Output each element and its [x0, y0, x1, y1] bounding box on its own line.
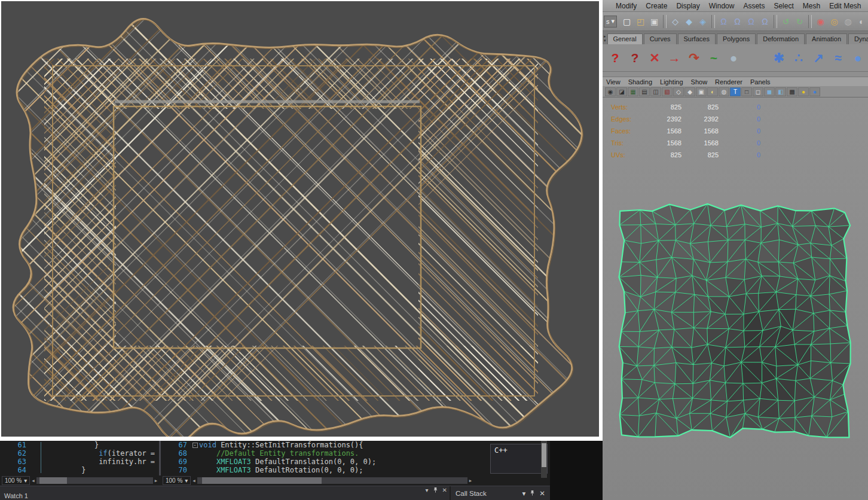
textured-mode-icon[interactable]: ▣	[696, 87, 707, 96]
mesh-plane[interactable]	[616, 202, 854, 440]
shelf-tab-curves[interactable]: Curves	[644, 33, 677, 44]
paint-select-icon[interactable]: ▧	[662, 87, 673, 96]
shelf-tab-dynamics[interactable]: Dynamics	[848, 33, 868, 44]
select-component-icon[interactable]: ◈	[696, 14, 710, 28]
h-scrollbar-left[interactable]	[36, 477, 153, 484]
chevron-down-icon[interactable]: ▾	[426, 487, 429, 493]
scroll-left-icon[interactable]: ◀	[32, 478, 34, 483]
chevron-down-icon[interactable]: ▾	[522, 489, 526, 498]
sphere-icon[interactable]: ●	[725, 49, 742, 67]
blue-ball-icon[interactable]: ●	[809, 87, 820, 96]
call-stack-panel: Call Stack ▾ ✕	[451, 486, 550, 500]
grid-toggle-icon[interactable]: ▤	[639, 87, 650, 96]
lighting-mode-icon[interactable]: ◐	[707, 87, 718, 96]
ipr-render-icon[interactable]: ◍	[841, 14, 855, 28]
vertical-scrollbar[interactable]	[541, 441, 547, 478]
checker-icon[interactable]: ▩	[787, 87, 797, 96]
cube-shaded-icon[interactable]: ◼	[764, 87, 775, 96]
xray-mode-icon[interactable]: ◍	[719, 87, 729, 96]
tab-watch-1[interactable]: Watch 1	[4, 492, 28, 499]
texture-view-icon[interactable]: T	[730, 87, 741, 96]
isolate-select-icon[interactable]: □	[741, 87, 752, 96]
select-hierarchy-icon[interactable]: ◇	[668, 14, 682, 28]
save-scene-icon[interactable]: ▣	[647, 14, 661, 28]
snap-to-grid-icon[interactable]: Ω	[717, 14, 731, 28]
panel-menu-shading[interactable]: Shading	[628, 78, 652, 86]
transfer-icon[interactable]: →	[665, 49, 683, 67]
menu-mesh[interactable]: Mesh	[803, 2, 820, 10]
panel-menu-renderer[interactable]: Renderer	[715, 78, 742, 86]
shelf-arrow-down-icon[interactable]: ▾	[604, 38, 606, 42]
particle-tool-icon[interactable]: ✱	[770, 49, 788, 67]
panel-menu-view[interactable]: View	[606, 78, 621, 86]
pin-icon[interactable]	[433, 487, 438, 493]
menu-window[interactable]: Window	[709, 2, 735, 10]
particle-ball-icon[interactable]: ●	[849, 49, 867, 67]
zoom-selector-left[interactable]: 100 % ▾	[2, 476, 30, 485]
fold-collapse-icon[interactable]: -	[192, 443, 198, 448]
menu-create[interactable]: Create	[646, 2, 667, 10]
shaded-mode-icon[interactable]: ◆	[684, 87, 695, 96]
scroll-left-icon[interactable]: ◀	[192, 478, 195, 483]
open-scene-icon[interactable]: ◰	[634, 14, 647, 28]
maya-viewport[interactable]: Verts:8258250Edges:239223920Faces:156815…	[603, 97, 868, 500]
select-object-icon[interactable]: ◆	[682, 14, 696, 28]
cube-default-icon[interactable]: ◻	[753, 87, 763, 96]
film-gate-icon[interactable]: ◫	[650, 87, 661, 96]
close-icon[interactable]: ✕	[539, 489, 545, 498]
field-wave-icon[interactable]: ≈	[829, 49, 847, 67]
help-line-icon[interactable]: ?	[606, 49, 624, 67]
scroll-right-icon[interactable]: ▶	[155, 478, 157, 483]
new-scene-icon[interactable]: ▢	[620, 14, 634, 28]
render-current-frame-icon[interactable]: ◎	[827, 14, 841, 28]
green-curve-icon[interactable]: ~	[705, 49, 723, 67]
menu-display[interactable]: Display	[676, 2, 699, 10]
shelf-tab-surfaces[interactable]: Surfaces	[678, 33, 716, 44]
shelf-tab-general[interactable]: General	[607, 33, 643, 44]
panel-menu-show[interactable]: Show	[691, 78, 708, 86]
scroll-right-icon[interactable]: ▶	[469, 478, 472, 483]
snap-to-curve-icon[interactable]: Ω	[731, 14, 744, 28]
particle-move-icon[interactable]: ↗	[809, 49, 827, 67]
cube-textured-icon[interactable]: ◧	[775, 87, 786, 96]
yellow-ball-icon[interactable]: ●	[798, 87, 809, 96]
particle-grid-icon[interactable]: ∴	[790, 49, 808, 67]
pin-icon[interactable]	[530, 490, 535, 496]
menu-modify[interactable]: Modify	[616, 2, 637, 10]
h-scrollbar-thumb[interactable]	[202, 477, 322, 484]
panel-menu-panels[interactable]: Panels	[750, 78, 771, 86]
menu-select[interactable]: Select	[774, 2, 793, 10]
panel-menu-lighting[interactable]: Lighting	[660, 78, 683, 86]
help-tool-icon[interactable]: ?	[626, 49, 644, 67]
shelf-arrow-up-icon[interactable]: ▸	[604, 34, 606, 38]
h-scrollbar-thumb[interactable]	[39, 477, 67, 484]
vertical-scrollbar-thumb[interactable]	[542, 443, 546, 467]
snap-to-point-icon[interactable]: Ω	[744, 14, 758, 28]
poly-count-hud: Verts:8258250Edges:239223920Faces:156815…	[603, 101, 760, 161]
lock-camera-icon[interactable]: ◪	[616, 87, 627, 96]
shelf-tab-animation[interactable]: Animation	[806, 33, 847, 44]
code-line: 68 //Default Entity transformations.	[161, 449, 473, 458]
output-history-icon[interactable]: ↻	[793, 14, 806, 28]
code-editor-right[interactable]: 67-void Entity::SetInitTransformations()…	[161, 441, 473, 475]
shelf-tab-polygons[interactable]: Polygons	[717, 33, 756, 44]
input-history-icon[interactable]: ↺	[779, 14, 793, 28]
code-editor-left[interactable]: 61 }62 if(iterator =63 infinity.hr =64 }	[0, 441, 159, 475]
zoom-selector-right[interactable]: 100 % ▾	[163, 476, 191, 485]
tab-call-stack[interactable]: Call Stack	[456, 490, 518, 497]
menu-edit-mesh[interactable]: Edit Mesh	[829, 2, 861, 10]
menu-set-selector[interactable]: s ▾	[604, 16, 617, 28]
delete-object-icon[interactable]: ✕	[646, 49, 664, 67]
shelf-tab-arrows[interactable]: ▸ ▾	[604, 32, 606, 44]
wireframe-mode-icon[interactable]: ◇	[673, 87, 684, 96]
render-view-icon[interactable]: ◉	[814, 14, 827, 28]
image-plane-icon[interactable]: ▦	[628, 87, 638, 96]
snap-to-plane-icon[interactable]: Ω	[758, 14, 772, 28]
h-scrollbar-right[interactable]	[197, 477, 467, 484]
close-icon[interactable]: ✕	[442, 487, 447, 493]
menu-assets[interactable]: Assets	[743, 2, 765, 10]
shelf-tab-deformation[interactable]: Deformation	[757, 33, 805, 44]
redo-curve-icon[interactable]: ↷	[685, 49, 703, 67]
render-settings-icon[interactable]: ◐	[855, 14, 868, 28]
camera-select-icon[interactable]: ◉	[605, 87, 616, 96]
